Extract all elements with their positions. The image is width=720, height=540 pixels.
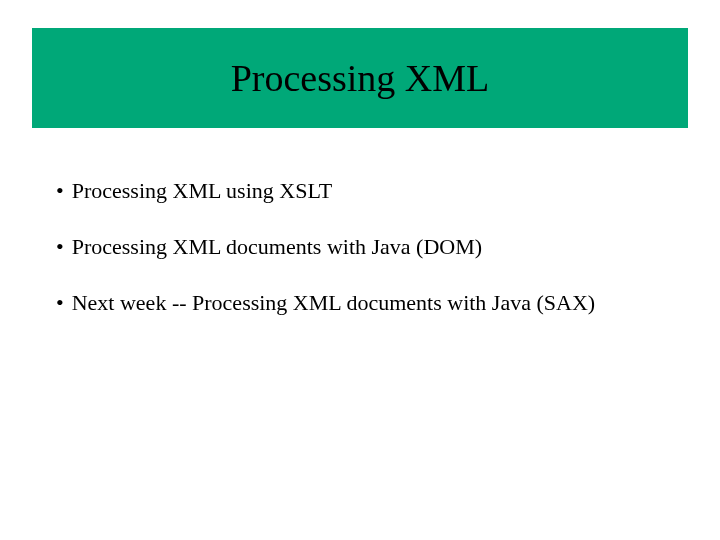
list-item: • Processing XML documents with Java (DO… <box>56 234 664 260</box>
bullet-text: Processing XML using XSLT <box>72 178 664 204</box>
title-bar: Processing XML <box>32 28 688 128</box>
list-item: • Next week -- Processing XML documents … <box>56 290 664 316</box>
bullet-text: Next week -- Processing XML documents wi… <box>72 290 664 316</box>
bullet-icon: • <box>56 290 64 316</box>
content-area: • Processing XML using XSLT • Processing… <box>56 178 664 316</box>
bullet-icon: • <box>56 178 64 204</box>
bullet-text: Processing XML documents with Java (DOM) <box>72 234 664 260</box>
list-item: • Processing XML using XSLT <box>56 178 664 204</box>
bullet-icon: • <box>56 234 64 260</box>
slide-title: Processing XML <box>231 56 490 100</box>
